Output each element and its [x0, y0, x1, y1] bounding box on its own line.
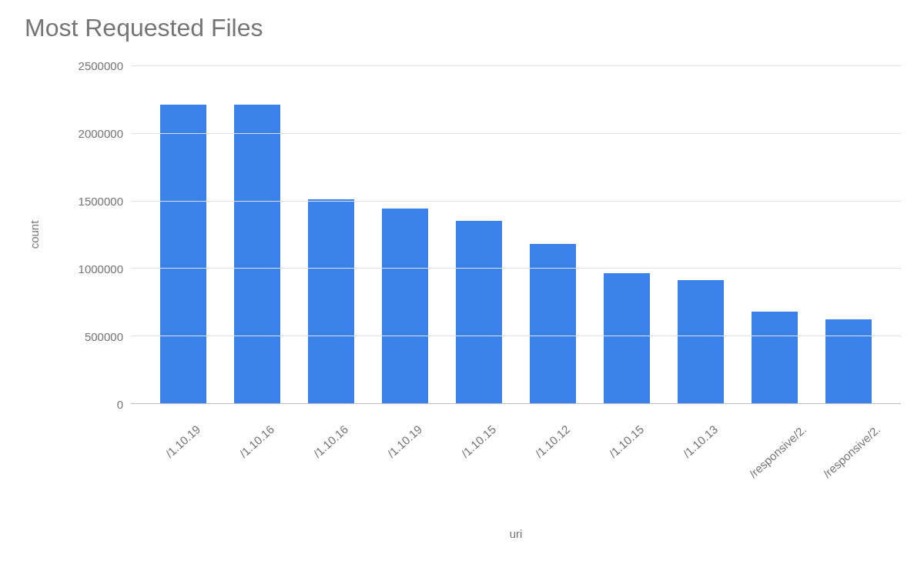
y-tick-label: 2000000 — [79, 127, 123, 140]
y-tick-label: 1500000 — [79, 195, 123, 208]
bar-slot — [368, 65, 442, 403]
gridline — [131, 65, 901, 66]
bar — [752, 312, 798, 403]
plot-area: count 0500000100000015000002000000250000… — [23, 65, 901, 404]
bar-slot — [294, 65, 368, 403]
bar — [456, 221, 502, 403]
bar-slot — [664, 65, 738, 403]
bar-chart: Most Requested Files count 0500000100000… — [0, 0, 924, 571]
gridline — [131, 201, 901, 202]
bar — [160, 105, 206, 403]
gridline — [131, 336, 901, 336]
y-tick-label: 2500000 — [79, 59, 123, 72]
bar — [604, 273, 650, 403]
x-axis-label: uri — [131, 527, 901, 540]
bar-slot — [812, 65, 886, 403]
y-tick-label: 0 — [117, 398, 123, 411]
bar-slot — [146, 65, 220, 403]
bar-slot — [738, 65, 812, 403]
gridline — [131, 133, 901, 134]
chart-title: Most Requested Files — [25, 14, 901, 42]
bars-container — [131, 65, 901, 403]
bar — [234, 105, 280, 403]
bar — [678, 280, 724, 403]
bar-slot — [442, 65, 516, 403]
bar — [825, 319, 872, 403]
gridline — [131, 268, 901, 269]
bar-slot — [590, 65, 664, 403]
bar — [308, 199, 354, 403]
x-axis-ticks: /1.10.19/1.10.16/1.10.16/1.10.19/1.10.15… — [131, 404, 901, 519]
bar-slot — [220, 65, 294, 403]
bar — [382, 209, 428, 403]
y-tick-label: 500000 — [85, 330, 123, 343]
plot-region — [131, 65, 901, 404]
y-axis-ticks: 05000001000000150000020000002500000 — [23, 65, 131, 404]
bar-slot — [516, 65, 590, 403]
y-tick-label: 1000000 — [79, 262, 123, 275]
x-tick: /1.10.19 — [146, 404, 220, 519]
